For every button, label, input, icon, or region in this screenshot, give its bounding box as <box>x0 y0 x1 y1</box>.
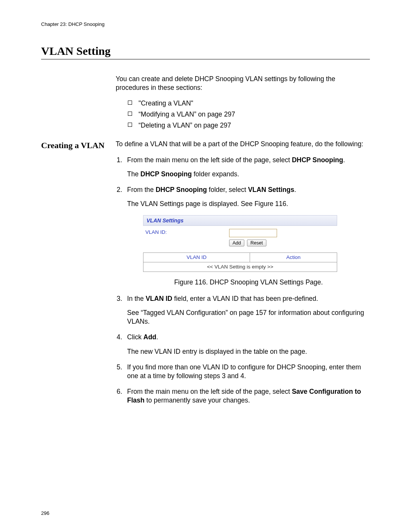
button-row: Add Reset <box>229 240 335 246</box>
step1-note-bold: DHCP Snooping <box>140 170 192 178</box>
step-5: If you find more than one VLAN ID to con… <box>124 363 370 380</box>
creating-intro: To define a VLAN that will be a part of … <box>116 140 370 149</box>
step4-pre: Click <box>127 333 143 341</box>
steps-list: From the main menu on the left side of t… <box>116 156 370 405</box>
side-heading: Creating a VLAN <box>41 140 116 150</box>
table-row: << VLAN Setting is empty >> <box>143 262 337 272</box>
vlan-form-controls: Add Reset <box>229 229 335 246</box>
figure-116: VLAN Settings VLAN ID: Add Reset <box>143 215 370 272</box>
th-vlan-id: VLAN ID <box>143 253 250 262</box>
vlan-id-input[interactable] <box>229 229 277 237</box>
step-3: In the VLAN ID field, enter a VLAN ID th… <box>124 294 370 326</box>
empty-row-cell: << VLAN Setting is empty >> <box>143 262 337 272</box>
step6-post: to permanently save your changes. <box>145 396 250 404</box>
step-1: From the main menu on the left side of t… <box>124 156 370 179</box>
step2-b1: DHCP Snooping <box>156 186 207 193</box>
step6-pre: From the main menu on the left side of t… <box>127 388 292 395</box>
step1-post: . <box>343 156 345 164</box>
step2-mid: folder, select <box>207 186 248 193</box>
step1-note-pre: The <box>127 170 140 178</box>
step2-b2: VLAN Settings <box>248 186 295 193</box>
step2-post: . <box>294 186 296 193</box>
creating-vlan-section: Creating a VLAN To define a VLAN that wi… <box>41 140 370 412</box>
step-4: Click Add. The new VLAN ID entry is disp… <box>124 333 370 356</box>
vlan-table: VLAN ID Action << VLAN Setting is empty … <box>143 252 337 272</box>
step4-note: The new VLAN ID entry is displayed in th… <box>127 347 370 356</box>
step1-bold: DHCP Snooping <box>292 156 343 164</box>
page-title: VLAN Setting <box>41 45 370 59</box>
chapter-header: Chapter 23: DHCP Snooping <box>41 21 370 27</box>
toc-list: "Creating a VLAN" “Modifying a VLAN” on … <box>128 99 370 130</box>
document-page: Chapter 23: DHCP Snooping VLAN Setting Y… <box>0 0 411 532</box>
step1-note: The DHCP Snooping folder expands. <box>127 170 370 179</box>
step1-pre: From the main menu on the left side of t… <box>127 156 292 164</box>
step3-post: field, enter a VLAN ID that has been pre… <box>172 295 318 302</box>
vlan-form-row: VLAN ID: Add Reset <box>143 226 337 249</box>
page-number: 296 <box>41 510 49 516</box>
section-body: To define a VLAN that will be a part of … <box>116 140 370 412</box>
step1-note-post: folder expands. <box>192 170 239 178</box>
step4-bold: Add <box>143 333 156 341</box>
step3-bold: VLAN ID <box>146 295 172 302</box>
panel-title: VLAN Settings <box>143 215 337 226</box>
reset-button[interactable]: Reset <box>247 240 266 246</box>
toc-item: “Modifying a VLAN” on page 297 <box>128 110 370 119</box>
step-6: From the main menu on the left side of t… <box>124 387 370 405</box>
toc-item: “Deleting a VLAN” on page 297 <box>128 121 370 130</box>
figure-caption: Figure 116. DHCP Snooping VLAN Settings … <box>127 278 370 287</box>
step3-pre: In the <box>127 295 146 302</box>
vlan-settings-panel: VLAN Settings VLAN ID: Add Reset <box>143 215 337 272</box>
intro-block: You can create and delete DHCP Snooping … <box>116 75 370 130</box>
vlan-id-label: VLAN ID: <box>145 229 229 246</box>
intro-text: You can create and delete DHCP Snooping … <box>116 75 370 92</box>
step3-note: See “Tagged VLAN Configuration” on page … <box>127 308 370 326</box>
step4-post: . <box>156 333 158 341</box>
add-button[interactable]: Add <box>229 240 244 246</box>
toc-item: "Creating a VLAN" <box>128 99 370 108</box>
step2-note: The VLAN Settings page is displayed. See… <box>127 200 370 208</box>
step2-pre: From the <box>127 186 156 193</box>
step-2: From the DHCP Snooping folder, select VL… <box>124 185 370 287</box>
th-action: Action <box>250 253 337 262</box>
